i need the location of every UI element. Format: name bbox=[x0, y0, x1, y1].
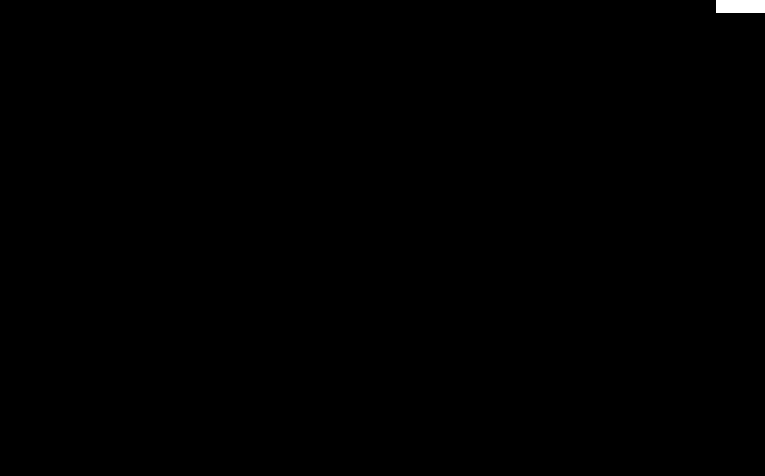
mt4-chart-window bbox=[0, 0, 765, 476]
chart-canvas[interactable] bbox=[0, 0, 765, 476]
current-price-marker bbox=[716, 0, 765, 13]
